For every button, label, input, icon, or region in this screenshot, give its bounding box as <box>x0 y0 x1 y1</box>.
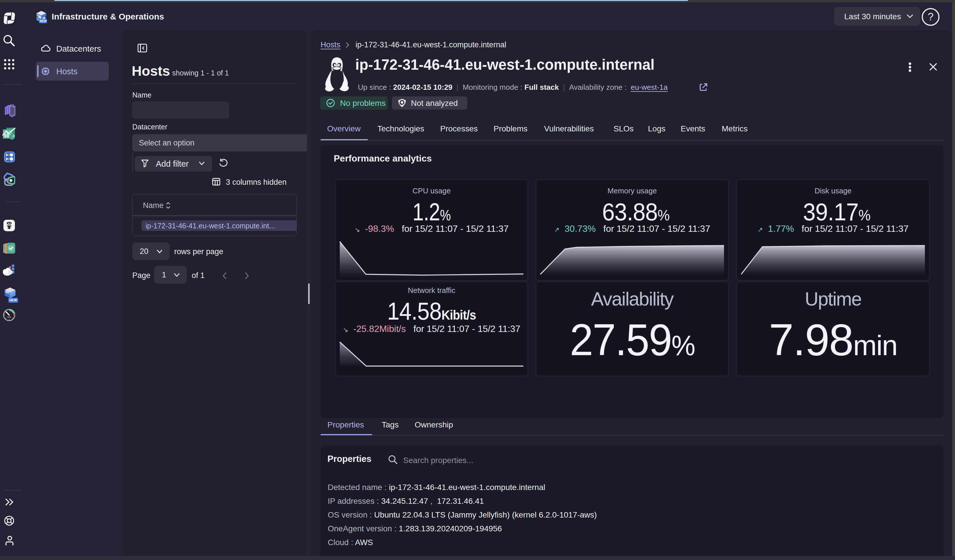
svg-text:?: ? <box>928 11 933 23</box>
